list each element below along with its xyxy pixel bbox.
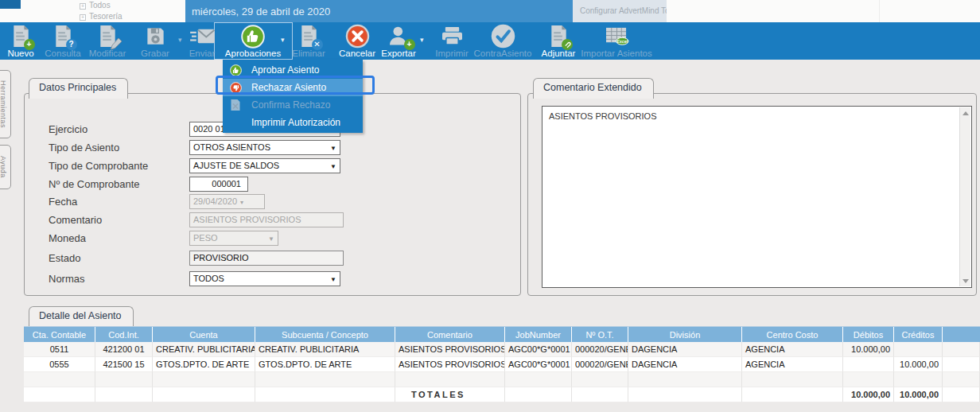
grid-cell xyxy=(505,387,572,402)
dropdown-arrow-icon-aprobaciones[interactable]: ▾ xyxy=(281,36,285,44)
chevron-down-icon[interactable]: ▼ xyxy=(330,160,336,173)
field-row-fecha: Fecha29/04/2020▾ xyxy=(25,194,518,209)
tab-comentario-extendido[interactable]: Comentario Extendido xyxy=(533,78,654,99)
textarea-scrollbar[interactable] xyxy=(959,107,970,286)
envelope-send-icon xyxy=(189,24,216,49)
tree-item-todos[interactable]: +Todos xyxy=(80,1,111,10)
grid-cell: ASIENTOS PROVISORIOS xyxy=(395,357,505,372)
tab-datos-principales[interactable]: Datos Principales xyxy=(29,78,128,99)
grid-cell xyxy=(572,372,628,387)
toolbar-button-label: Eliminar xyxy=(292,49,325,59)
thumb-up-circle-icon xyxy=(229,64,242,76)
doc-x-small-icon xyxy=(229,99,242,111)
grid-cell xyxy=(572,387,628,402)
grid-cell xyxy=(255,372,395,387)
toolbar-button-nuevo[interactable]: +Nuevo xyxy=(3,22,38,60)
aprobaciones-dropdown-menu: Aprobar AsientoRechazar AsientoConfirma … xyxy=(223,60,363,133)
grid-cell: 421200 01 xyxy=(95,342,153,357)
field-value-nro_comprobante: 000001 xyxy=(212,179,241,189)
grid-cell: AGC00*G*0001 xyxy=(505,357,572,372)
current-date-text: miércoles, 29 de abril de 2020 xyxy=(192,6,330,17)
grid-cell: GTOS.DPTO. DE ARTE xyxy=(255,357,395,372)
thumb-down-circle-icon xyxy=(229,81,242,94)
grid-cell xyxy=(24,387,95,402)
scroll-down-icon[interactable] xyxy=(960,275,971,286)
grid-cell xyxy=(742,372,843,387)
configure-link[interactable]: Configurar AdvertMind Today... xyxy=(580,6,667,15)
chevron-down-icon[interactable]: ▼ xyxy=(330,273,336,286)
expand-icon[interactable]: + xyxy=(80,3,86,10)
grid-cell xyxy=(153,387,255,402)
side-tab-herramientas[interactable]: Herramientas xyxy=(0,70,11,138)
divider xyxy=(879,0,880,22)
combobox-normas[interactable]: TODOS▼ xyxy=(189,271,340,286)
field-row-normas: NormasTODOS▼ xyxy=(25,271,518,286)
dropdown-arrow-icon-grabar: ▾ xyxy=(178,36,182,44)
side-tab-ayuda[interactable]: Ayuda xyxy=(0,145,11,189)
dropdown-arrow-icon-exportar[interactable]: ▾ xyxy=(420,36,424,44)
paperclip-icon xyxy=(562,39,573,50)
field-value-tipo_comprobante: AJUSTE DE SALDOS xyxy=(193,161,279,170)
toolbar-button-aprobaciones[interactable]: Aprobaciones xyxy=(216,22,290,60)
date-banner: miércoles, 29 de abril de 2020 xyxy=(185,0,573,22)
chevron-down-icon: ▼ xyxy=(268,232,274,246)
grid-cell: CREATIV. PUBLICITARIA xyxy=(255,342,395,357)
menu-item-aprobar-asiento[interactable]: Aprobar Asiento xyxy=(223,61,363,79)
grid-cell xyxy=(943,342,980,357)
grid-column-header-División: División xyxy=(628,327,742,342)
menu-item-label: Imprimir Autorización xyxy=(251,117,340,128)
expand-icon[interactable]: + xyxy=(80,14,86,21)
grid-row-2[interactable]: 0555421500 15GTOS.DPTO. DE ARTEGTOS.DPTO… xyxy=(24,357,980,372)
grid-column-header-Centro Costo: Centro Costo xyxy=(742,327,843,342)
chevron-down-icon: ▾ xyxy=(240,199,243,206)
grid-cell: AGENCIA xyxy=(742,342,843,357)
grid-column-header-blank xyxy=(943,327,980,342)
combobox-tipo_comprobante[interactable]: AJUSTE DE SALDOS▼ xyxy=(189,158,340,173)
grid-cell: GTOS.DPTO. DE ARTE xyxy=(153,357,255,372)
field-row-comentario: ComentarioASIENTOS PROVISORIOS xyxy=(25,212,518,227)
grid-cell xyxy=(943,387,980,402)
scroll-up-icon[interactable] xyxy=(960,107,971,119)
grid-cell xyxy=(628,387,742,402)
grid-cell xyxy=(742,387,843,402)
toolbar-button-importar-asientos: ExcelImportar Asientos xyxy=(574,22,659,60)
tab-detalle-del-asiento[interactable]: Detalle del Asiento xyxy=(29,306,134,326)
field-label-comentario: Comentario xyxy=(49,212,102,227)
input-estado[interactable]: PROVISORIO xyxy=(189,251,344,266)
field-label-nro_comprobante: Nº de Comprobante xyxy=(49,177,140,192)
field-label-normas: Normas xyxy=(49,271,85,286)
grid-cell: 421500 15 xyxy=(95,357,153,372)
input-nro_comprobante[interactable]: 000001 xyxy=(189,177,248,192)
extended-comment-textarea[interactable]: ASIENTOS PROVISORIOS xyxy=(542,106,972,288)
no-icon xyxy=(229,116,242,129)
grid-cell xyxy=(628,372,742,387)
badge-icon: + xyxy=(404,39,415,50)
grid-cell xyxy=(255,387,395,402)
check-circle-icon xyxy=(491,24,515,49)
tree-item-tesoreria[interactable]: +Tesorería xyxy=(80,12,122,21)
grid-cell: 10.000,00 xyxy=(843,342,894,357)
badge-icon: ? xyxy=(66,39,77,50)
toolbar-button-label: Imprimir xyxy=(435,49,469,59)
toolbar-button-label: Cancelar xyxy=(339,49,375,59)
grid-cell xyxy=(894,372,943,387)
toolbar-button-label: Exportar xyxy=(381,49,415,59)
grid-column-header-Cuenta: Cuenta xyxy=(153,327,255,342)
field-label-ejercicio: Ejercicio xyxy=(49,122,88,137)
field-row-tipo_comprobante: Tipo de ComprobanteAJUSTE DE SALDOS▼ xyxy=(25,158,518,173)
field-label-fecha: Fecha xyxy=(49,194,77,209)
toolbar-button-exportar[interactable]: +Exportar xyxy=(374,22,423,60)
menu-item-rechazar-asiento[interactable]: Rechazar Asiento xyxy=(223,79,363,96)
menu-item-imprimir-autorizacion[interactable]: Imprimir Autorización xyxy=(223,114,363,131)
chevron-down-icon[interactable]: ▼ xyxy=(330,142,336,155)
grid-column-header-Nº O.T.: Nº O.T. xyxy=(572,327,628,342)
badge-icon: + xyxy=(24,39,35,50)
field-row-tipo_asiento: Tipo de AsientoOTROS ASIENTOS▼ xyxy=(25,140,518,155)
grid-column-header-Subcuenta / Concepto: Subcuenta / Concepto xyxy=(255,327,395,342)
field-value-comentario: ASIENTOS PROVISORIOS xyxy=(193,215,301,224)
person-plus-icon: + xyxy=(387,24,410,49)
combobox-tipo_asiento[interactable]: OTROS ASIENTOS▼ xyxy=(189,140,340,155)
totals-creditos: 10.000,00 xyxy=(894,387,943,402)
grid-row-1[interactable]: 0511421200 01CREATIV. PUBLICITARIACREATI… xyxy=(24,342,980,357)
doc-question-icon: ? xyxy=(54,24,72,49)
